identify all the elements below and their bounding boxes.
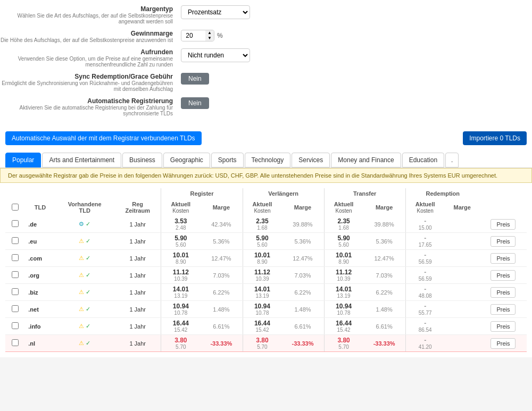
spin-up-btn[interactable]: ▲ xyxy=(205,30,214,36)
row-checkbox[interactable] xyxy=(12,271,19,278)
red-sub: 41.20 xyxy=(409,344,442,350)
preis-cell[interactable]: Preis xyxy=(480,233,527,250)
row-checkbox[interactable] xyxy=(12,254,19,261)
sync-toggle-btn[interactable]: Nein xyxy=(181,73,209,85)
preis-cell[interactable]: Preis xyxy=(480,335,527,352)
value-sub: 15.42 xyxy=(246,327,279,333)
tld-icons: ⚠ ✓ xyxy=(55,284,114,301)
tab-business[interactable]: Business xyxy=(122,153,162,167)
preis-cell[interactable]: Preis xyxy=(480,216,527,233)
warn-icon: ⚠ xyxy=(79,323,84,329)
tld-actions-bar: Automatische Auswahl der mit dem Registr… xyxy=(0,127,532,149)
red-marge xyxy=(445,318,480,335)
import-btn[interactable]: Importiere 0 TLDs xyxy=(463,131,527,145)
tab-sports[interactable]: Sports xyxy=(211,153,244,167)
warn-icon: ⚠ xyxy=(79,255,84,261)
row-checkbox[interactable] xyxy=(12,220,19,227)
value-sub: 13.19 xyxy=(328,293,360,299)
row-checkbox-cell[interactable] xyxy=(5,284,25,301)
value-sub: 1.68 xyxy=(246,225,279,231)
marge-value: 1.48% xyxy=(294,306,311,313)
tld-name: .info xyxy=(25,318,55,335)
tab-services[interactable]: Services xyxy=(292,153,330,167)
preis-btn[interactable]: Preis xyxy=(491,236,516,247)
header-red-aktuell: AktuellKosten xyxy=(405,199,444,216)
value-sub: 8.90 xyxy=(328,259,360,265)
row-checkbox[interactable] xyxy=(12,237,19,244)
spin-down-btn[interactable]: ▼ xyxy=(205,36,214,41)
gewinnmarge-desc: Die Höhe des Aufschlags, der auf die Sel… xyxy=(0,37,173,43)
col-sub-header: TLD VorhandeneTLD RegZeitraum AktuellKos… xyxy=(5,199,527,216)
preis-btn[interactable]: Preis xyxy=(491,304,516,315)
row-checkbox-cell[interactable] xyxy=(5,335,25,352)
autoreg-toggle-btn[interactable]: Nein xyxy=(181,97,209,109)
value-main: 16.44 xyxy=(328,320,360,327)
value-main: 3.80 xyxy=(328,337,360,344)
zeitraum: 1 Jahr xyxy=(114,301,161,318)
value-sub: 15.42 xyxy=(328,327,360,333)
aufrunden-select[interactable]: Nicht runden 0.05 0.10 0.50 1.00 xyxy=(181,48,250,62)
preis-cell[interactable]: Preis xyxy=(480,250,527,267)
marge-value: 39.88% xyxy=(374,221,394,228)
select-all-checkbox[interactable] xyxy=(12,204,19,211)
marge-value: 42.34% xyxy=(211,221,231,228)
marge-value: -33.33% xyxy=(292,340,314,347)
red-marge xyxy=(445,233,480,250)
row-checkbox[interactable] xyxy=(12,322,19,329)
warn-icon: ⚠ xyxy=(79,238,84,244)
row-checkbox-cell[interactable] xyxy=(5,250,25,267)
row-checkbox-cell[interactable] xyxy=(5,216,25,233)
preis-cell[interactable]: Preis xyxy=(480,301,527,318)
tab-geographic[interactable]: Geographic xyxy=(163,153,210,167)
row-checkbox-cell[interactable] xyxy=(5,233,25,250)
red-marge xyxy=(445,250,480,267)
red-marge xyxy=(445,267,480,284)
preis-btn[interactable]: Preis xyxy=(491,219,516,230)
value-main: 5.90 xyxy=(328,234,360,242)
row-checkbox-cell[interactable] xyxy=(5,267,25,284)
tab-popular[interactable]: Popular xyxy=(5,153,41,167)
row-checkbox[interactable] xyxy=(12,305,19,312)
value-main: 10.01 xyxy=(164,251,197,259)
value-sub: 10.78 xyxy=(328,310,360,316)
gewinnmarge-input[interactable] xyxy=(181,30,205,41)
marge-value: 7.03% xyxy=(294,272,311,279)
value-main: 2.35 xyxy=(246,217,279,225)
marge-value: 5.36% xyxy=(294,238,311,245)
row-checkbox-cell[interactable] xyxy=(5,301,25,318)
table-row: .nl ⚠ ✓ 1 Jahr 3.80 5.70 -33.33% 3.80 5.… xyxy=(5,335,527,352)
table-row: .com ⚠ ✓ 1 Jahr 10.01 8.90 12.47% 10.01 … xyxy=(5,250,527,267)
tabs-more-btn[interactable]: . xyxy=(445,153,459,167)
gewinnmarge-spinner[interactable]: ▲ ▼ xyxy=(181,30,214,41)
preis-btn[interactable]: Preis xyxy=(491,338,516,349)
row-checkbox-cell[interactable] xyxy=(5,318,25,335)
margentyp-select[interactable]: Prozentsatz Fester Betrag xyxy=(181,5,250,19)
value-main: 14.01 xyxy=(164,286,197,293)
tld-icons: ⚠ ✓ xyxy=(55,318,114,335)
header-vorhandene: VorhandeneTLD xyxy=(55,199,114,216)
preis-btn[interactable]: Preis xyxy=(491,270,516,281)
preis-btn[interactable]: Preis xyxy=(491,287,516,298)
auto-select-btn[interactable]: Automatische Auswahl der mit dem Registr… xyxy=(5,131,202,145)
tld-name: .nl xyxy=(25,335,55,352)
sync-label: Sync Redemption/Grace Gebühr xyxy=(0,73,173,80)
tab-education[interactable]: Education xyxy=(402,153,444,167)
value-sub: 10.39 xyxy=(246,276,279,282)
marge-value: 7.03% xyxy=(213,272,229,279)
preis-cell[interactable]: Preis xyxy=(480,267,527,284)
value-main: 10.94 xyxy=(246,303,279,310)
tab-technology[interactable]: Technology xyxy=(245,153,291,167)
header-reg-aktuell: AktuellKosten xyxy=(161,199,200,216)
tab-arts[interactable]: Arts and Entertainment xyxy=(42,153,121,167)
marge-value: 12.47% xyxy=(374,255,394,262)
row-checkbox[interactable] xyxy=(12,339,19,346)
preis-btn[interactable]: Preis xyxy=(491,321,516,332)
preis-cell[interactable]: Preis xyxy=(480,318,527,335)
header-reg-marge: Marge xyxy=(200,199,243,216)
preis-btn[interactable]: Preis xyxy=(491,253,516,264)
value-main: 14.01 xyxy=(328,286,360,293)
preis-cell[interactable]: Preis xyxy=(480,284,527,301)
tabs-bar: Popular Arts and Entertainment Business … xyxy=(0,149,532,168)
row-checkbox[interactable] xyxy=(12,288,19,295)
tab-money[interactable]: Money and Finance xyxy=(331,153,401,167)
